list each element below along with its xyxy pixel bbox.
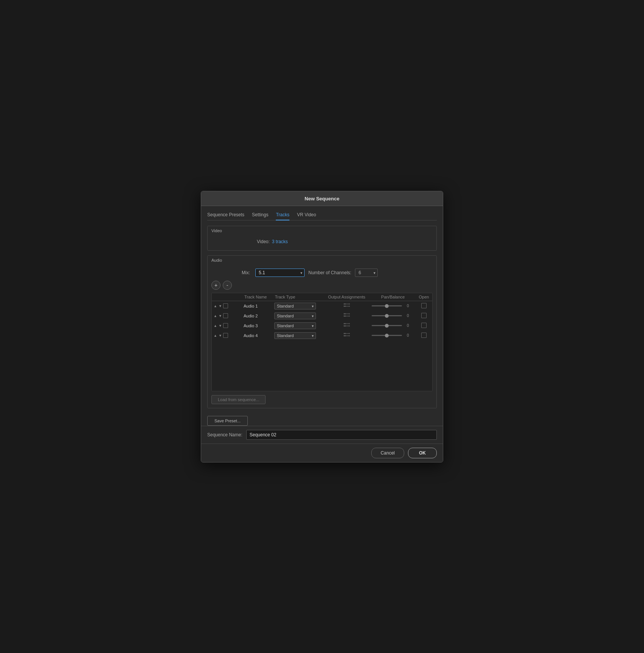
row3-open-cell [416, 321, 432, 331]
audio-section-content: Mix: Mono Stereo 5.1 Adaptive Number of … [208, 264, 436, 408]
sequence-name-input[interactable] [246, 430, 437, 440]
row4-pan-value: 0 [403, 333, 409, 337]
ok-button[interactable]: OK [408, 448, 437, 458]
row2-checkbox[interactable] [223, 313, 228, 318]
video-tracks-value: 3 tracks [272, 239, 288, 244]
sequence-name-label: Sequence Name: [207, 432, 242, 437]
col-open: Open [416, 293, 432, 301]
dialog-body: Sequence Presets Settings Tracks VR Vide… [201, 206, 443, 444]
audio-section-label: Audio [208, 256, 436, 264]
tab-settings[interactable]: Settings [252, 212, 268, 220]
col-track-name: Track Name [242, 293, 273, 301]
row1-controls: ▲ ▼ [212, 301, 242, 311]
row4-track-type-select[interactable]: Standard Mono 5.1 [274, 332, 316, 339]
row4-track-type-cell: Standard Mono 5.1 [273, 331, 323, 341]
row2-output-icon[interactable] [323, 311, 370, 319]
row1-checkbox[interactable] [223, 303, 228, 308]
svg-rect-13 [344, 325, 346, 326]
row3-open-checkbox[interactable] [421, 323, 427, 328]
row2-open-cell [416, 311, 432, 321]
row3-output-icon[interactable] [323, 321, 370, 329]
title-bar: New Sequence [201, 191, 443, 206]
tabs-container: Sequence Presets Settings Tracks VR Vide… [207, 212, 437, 220]
video-row-label: Video: [257, 239, 270, 244]
row1-pan-balance: 0 [370, 301, 416, 311]
svg-point-22 [349, 333, 350, 334]
row1-up-btn[interactable]: ▲ [213, 304, 217, 308]
add-track-button[interactable]: + [211, 281, 220, 290]
svg-rect-0 [344, 303, 346, 305]
row2-up-btn[interactable]: ▲ [213, 314, 217, 318]
table-row: ▲ ▼ Audio 2 Standard [212, 311, 432, 321]
mix-row: Mix: Mono Stereo 5.1 Adaptive Number of … [211, 266, 433, 281]
svg-point-16 [349, 323, 350, 324]
tab-tracks[interactable]: Tracks [276, 212, 289, 220]
row3-down-btn[interactable]: ▼ [218, 323, 222, 328]
svg-point-17 [349, 325, 350, 326]
row3-pan-value: 0 [403, 323, 409, 328]
row4-open-cell [416, 331, 432, 341]
svg-rect-1 [344, 306, 346, 307]
svg-point-4 [349, 303, 350, 305]
sequence-name-row: Sequence Name: [201, 426, 443, 444]
row3-pan-balance: 0 [370, 321, 416, 331]
track-table-body: ▲ ▼ Audio 1 Standard [212, 301, 432, 341]
load-from-sequence-button[interactable]: Load from sequence... [211, 395, 266, 404]
row3-up-btn[interactable]: ▲ [213, 323, 217, 328]
row4-up-btn[interactable]: ▲ [213, 333, 217, 338]
row3-checkbox[interactable] [223, 323, 228, 328]
row1-output-icon[interactable] [323, 301, 370, 309]
mix-select[interactable]: Mono Stereo 5.1 Adaptive [255, 269, 305, 277]
row1-pan-value: 0 [403, 304, 409, 308]
row2-pan-balance: 0 [370, 311, 416, 321]
svg-rect-7 [344, 316, 346, 317]
svg-point-5 [349, 306, 350, 307]
dialog-title: New Sequence [305, 196, 339, 202]
save-preset-button[interactable]: Save Preset... [207, 416, 248, 426]
row2-open-checkbox[interactable] [421, 313, 427, 318]
table-row: ▲ ▼ Audio 4 Standard [212, 331, 432, 341]
row4-open-checkbox[interactable] [421, 333, 427, 338]
row1-down-btn[interactable]: ▼ [218, 304, 222, 308]
svg-point-11 [349, 316, 350, 317]
video-section: Video Video: 3 tracks [207, 226, 437, 251]
svg-rect-19 [344, 335, 346, 336]
row2-track-type-select[interactable]: Standard Mono 5.1 [274, 312, 316, 319]
row1-open-cell [416, 301, 432, 311]
col-output-assignments: Output Assignments [323, 293, 370, 301]
remove-track-button[interactable]: - [223, 281, 232, 290]
col-pan-balance: Pan/Balance [370, 293, 416, 301]
button-row: Cancel OK [201, 444, 443, 462]
channels-select-wrapper: 6 [355, 269, 378, 277]
row3-track-type-select[interactable]: Standard Mono 5.1 [274, 322, 316, 329]
row4-pan-balance: 0 [370, 331, 416, 341]
mix-select-wrapper: Mono Stereo 5.1 Adaptive [255, 269, 305, 277]
track-table-header: Track Name Track Type Output Assignments… [212, 293, 432, 301]
row3-controls: ▲ ▼ [212, 321, 242, 331]
row3-track-name: Audio 3 [242, 321, 273, 331]
row1-open-checkbox[interactable] [421, 303, 427, 308]
cancel-button[interactable]: Cancel [371, 448, 404, 458]
row2-track-type-cell: Standard Mono 5.1 [273, 311, 323, 321]
row2-controls: ▲ ▼ [212, 311, 242, 321]
tab-sequence-presets[interactable]: Sequence Presets [207, 212, 244, 220]
video-section-content: Video: 3 tracks [208, 234, 436, 250]
track-table-container: Track Name Track Type Output Assignments… [211, 293, 433, 391]
table-row: ▲ ▼ Audio 1 Standard [212, 301, 432, 311]
row4-output-icon[interactable] [323, 331, 370, 339]
tab-vr-video[interactable]: VR Video [297, 212, 316, 220]
row1-track-type-select[interactable]: Standard Mono 5.1 [274, 303, 316, 309]
row4-track-name: Audio 4 [242, 331, 273, 341]
channels-label: Number of Channels: [308, 270, 351, 275]
row4-checkbox[interactable] [223, 333, 228, 338]
svg-rect-12 [344, 323, 346, 324]
channels-select[interactable]: 6 [355, 269, 378, 277]
table-row: ▲ ▼ Audio 3 Standard [212, 321, 432, 331]
track-table: Track Name Track Type Output Assignments… [212, 293, 432, 341]
row4-down-btn[interactable]: ▼ [218, 333, 222, 338]
audio-section: Audio Mix: Mono Stereo 5.1 Adaptive Numb… [207, 255, 437, 408]
svg-point-10 [349, 313, 350, 314]
new-sequence-dialog: New Sequence Sequence Presets Settings T… [201, 191, 443, 462]
row2-down-btn[interactable]: ▼ [218, 314, 222, 318]
mix-label: Mix: [242, 270, 250, 275]
